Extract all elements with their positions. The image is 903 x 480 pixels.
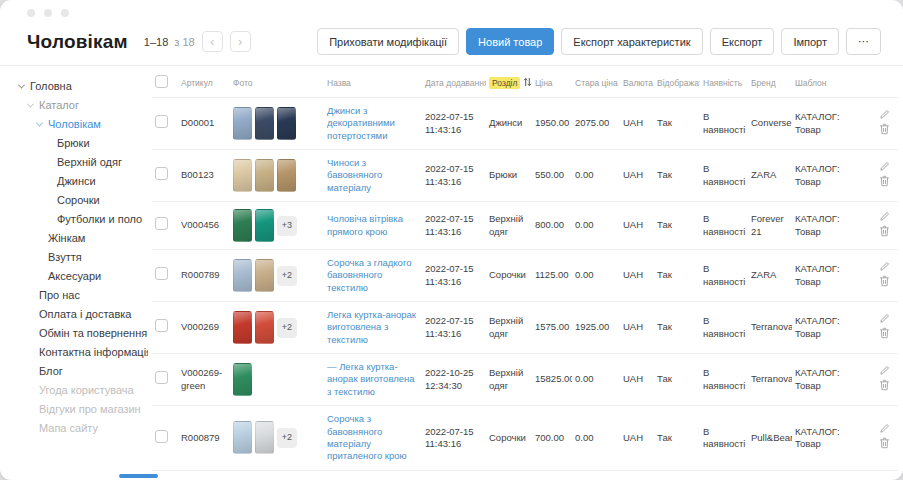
column-header-name[interactable]: Назва [324, 66, 422, 98]
table-row: D00001Джинси з декоративними потертостям… [152, 98, 898, 150]
import-button[interactable]: Імпорт [781, 28, 839, 55]
edit-icon[interactable] [879, 313, 890, 327]
sidebar-item-чоловікам[interactable]: Чоловікам [19, 115, 148, 134]
sidebar-item-мапа-сайту[interactable]: Мапа сайту [19, 419, 148, 438]
sort-icon[interactable] [523, 77, 532, 87]
section-cell: Верхній одяг [486, 302, 532, 354]
sidebar-item-про-нас[interactable]: Про нас [19, 286, 148, 305]
column-header-stock[interactable]: Наявність [700, 66, 748, 98]
row-checkbox[interactable] [155, 430, 168, 443]
stock-cell: В наявності [700, 202, 748, 250]
sidebar-item-верхній-одяг[interactable]: Верхній одяг [19, 153, 148, 172]
sidebar-item-label: Каталог [39, 96, 79, 115]
sidebar-item-головна[interactable]: Головна [19, 77, 148, 96]
column-header-section[interactable]: Розділ [486, 66, 532, 98]
prev-page-button[interactable]: ‹ [202, 31, 223, 52]
product-name-link[interactable]: Чоловіча вітрівка прямого крою [327, 213, 419, 238]
edit-icon[interactable] [879, 423, 890, 437]
section-cell: Верхній одяг [486, 354, 532, 406]
chevron-down-icon [18, 82, 25, 89]
sidebar-item-взуття[interactable]: Взуття [19, 248, 148, 267]
sidebar-item-каталог[interactable]: Каталог [19, 96, 148, 115]
product-name-link[interactable]: Сорочка з гладкого бавовняного текстилю [327, 257, 419, 294]
sku-cell: R000879 [178, 406, 230, 470]
delete-icon[interactable] [879, 379, 890, 394]
column-header-old_price[interactable]: Стара ціна [572, 66, 620, 98]
delete-icon[interactable] [879, 175, 890, 190]
more-actions-button[interactable]: ⋯ [846, 28, 881, 55]
more-photos-badge[interactable]: +2 [277, 266, 297, 286]
sidebar-item-жінкам[interactable]: Жінкам [19, 229, 148, 248]
product-name-link[interactable]: Чиноси з бавовняного матеріалу [327, 157, 419, 194]
more-photos-badge[interactable]: +3 [277, 216, 297, 236]
edit-icon[interactable] [879, 109, 890, 123]
currency-cell: UAH [620, 150, 654, 202]
window-control-dot[interactable] [44, 9, 52, 17]
next-page-button[interactable]: › [230, 31, 251, 52]
row-checkbox[interactable] [155, 115, 168, 128]
row-checkbox[interactable] [155, 319, 168, 332]
sidebar-item-блог[interactable]: Блог [19, 362, 148, 381]
export-button[interactable]: Експорт [710, 28, 775, 55]
name-cell: Сорочка з бавовняного матеріалу притален… [324, 406, 422, 470]
product-photo [277, 159, 296, 192]
delete-icon[interactable] [879, 123, 890, 138]
column-header-template[interactable]: Шаблон [792, 66, 856, 98]
column-header-display[interactable]: Відображати [654, 66, 700, 98]
sidebar-item-аксесуари[interactable]: Аксесуари [19, 267, 148, 286]
window-control-dot[interactable] [61, 9, 69, 17]
product-name-link[interactable]: Легка куртка-анорак виготовлена з тексти… [327, 309, 419, 346]
hide-modifications-button[interactable]: Приховати модифікації [317, 28, 459, 55]
table-head-row: АртикулФотоНазваДата додаванняРозділЦіна… [152, 66, 898, 98]
column-header-brand[interactable]: Бренд [748, 66, 792, 98]
delete-icon[interactable] [879, 327, 890, 342]
column-header-sku[interactable]: Артикул [178, 66, 230, 98]
row-checkbox[interactable] [155, 167, 168, 180]
product-name-link[interactable]: Сорочка з бавовняного матеріалу притален… [327, 413, 419, 462]
edit-pencil-glyph [879, 211, 890, 222]
window-titlebar [0, 0, 903, 26]
delete-icon[interactable] [879, 225, 890, 240]
sidebar-item-джинси[interactable]: Джинси [19, 172, 148, 191]
delete-icon[interactable] [879, 275, 890, 290]
row-checkbox[interactable] [155, 267, 168, 280]
edit-icon[interactable] [879, 211, 890, 225]
sidebar-item-відгуки-про-магазин[interactable]: Відгуки про магазин [19, 400, 148, 419]
column-label: Стара ціна [575, 78, 618, 88]
sidebar-item-сорочки[interactable]: Сорочки [19, 191, 148, 210]
column-label: Відображати [657, 78, 700, 88]
new-product-button[interactable]: Новий товар [466, 28, 554, 55]
sidebar-item-обмін-та-повернення[interactable]: Обмін та повернення [19, 324, 148, 343]
header-actions: Приховати модифікаціїНовий товарЕкспорт … [317, 28, 881, 55]
edit-icon[interactable] [879, 161, 890, 175]
edit-icon[interactable] [879, 365, 890, 379]
checkbox-cell [152, 150, 178, 202]
column-header-date[interactable]: Дата додавання [422, 66, 486, 98]
date-cell: 2022-07-1511:43:16 [422, 250, 486, 302]
actions-cell [856, 98, 898, 150]
sidebar-item-угода-користувача[interactable]: Угода користувача [19, 381, 148, 400]
product-name-link[interactable]: Джинси з декоративними потертостями [327, 105, 419, 142]
sidebar-item-брюки[interactable]: Брюки [19, 134, 148, 153]
price-cell: 1125.00 [532, 250, 572, 302]
edit-icon[interactable] [879, 261, 890, 275]
row-checkbox[interactable] [155, 371, 168, 384]
more-photos-badge[interactable]: +2 [277, 318, 297, 338]
old-price-cell: 2075.00 [572, 98, 620, 150]
sidebar-item-футболки-и-поло[interactable]: Футболки и поло [19, 210, 148, 229]
horizontal-scrollbar-thumb[interactable] [119, 474, 158, 478]
sidebar-item-оплата-і-доставка[interactable]: Оплата і доставка [19, 305, 148, 324]
product-photo [255, 107, 274, 140]
column-header-price[interactable]: Ціна [532, 66, 572, 98]
more-photos-badge[interactable]: +2 [277, 428, 297, 448]
select-all-checkbox[interactable] [155, 75, 168, 88]
sku-cell: V000269 [178, 302, 230, 354]
window-control-dot[interactable] [27, 9, 35, 17]
column-header-currency[interactable]: Валюта [620, 66, 654, 98]
sidebar-item-контактна-інформація[interactable]: Контактна інформація [19, 343, 148, 362]
export-characteristics-button[interactable]: Експорт характеристик [561, 28, 702, 55]
column-header-photo[interactable]: Фото [230, 66, 324, 98]
delete-icon[interactable] [879, 437, 890, 452]
row-checkbox[interactable] [155, 217, 168, 230]
product-name-link[interactable]: — Легка куртка-анорак виготовлена з текс… [327, 361, 419, 398]
